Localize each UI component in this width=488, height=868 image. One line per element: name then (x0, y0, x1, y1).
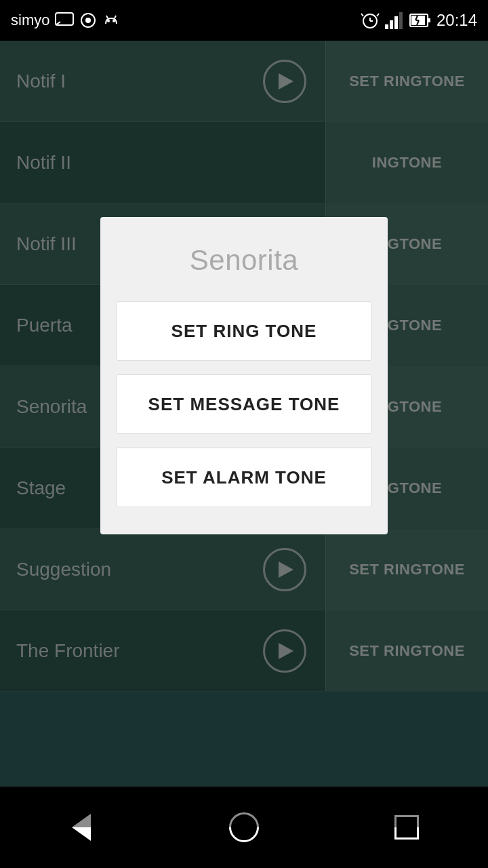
dialog-title: Senorita (190, 244, 298, 277)
svg-rect-13 (390, 20, 393, 29)
svg-line-4 (115, 16, 116, 18)
message-icon (55, 12, 74, 28)
svg-rect-17 (428, 18, 430, 22)
signal-icon (385, 11, 404, 30)
svg-line-11 (377, 14, 379, 16)
status-right: 20:14 (361, 11, 477, 30)
svg-point-2 (85, 18, 91, 23)
alarm-icon (361, 11, 380, 30)
battery-icon (409, 12, 431, 28)
circle-dot-icon (79, 12, 97, 29)
svg-rect-12 (385, 24, 388, 29)
set-message-tone-button[interactable]: SET MESSAGE TONE (117, 374, 371, 434)
status-left: simyo (11, 12, 120, 29)
tone-picker-dialog: Senorita SET RING TONE SET MESSAGE TONE … (100, 217, 388, 534)
svg-point-5 (107, 20, 110, 22)
status-bar: simyo 20:14 (0, 0, 488, 41)
svg-point-6 (113, 20, 115, 22)
svg-line-3 (106, 16, 108, 18)
svg-line-10 (361, 14, 363, 16)
svg-rect-14 (394, 16, 398, 29)
android-icon (102, 12, 120, 29)
set-alarm-tone-button[interactable]: SET ALARM TONE (117, 448, 371, 507)
set-ring-tone-button[interactable]: SET RING TONE (117, 301, 371, 361)
carrier-text: simyo (11, 12, 49, 29)
time-text: 20:14 (436, 11, 477, 30)
svg-rect-15 (399, 12, 403, 29)
